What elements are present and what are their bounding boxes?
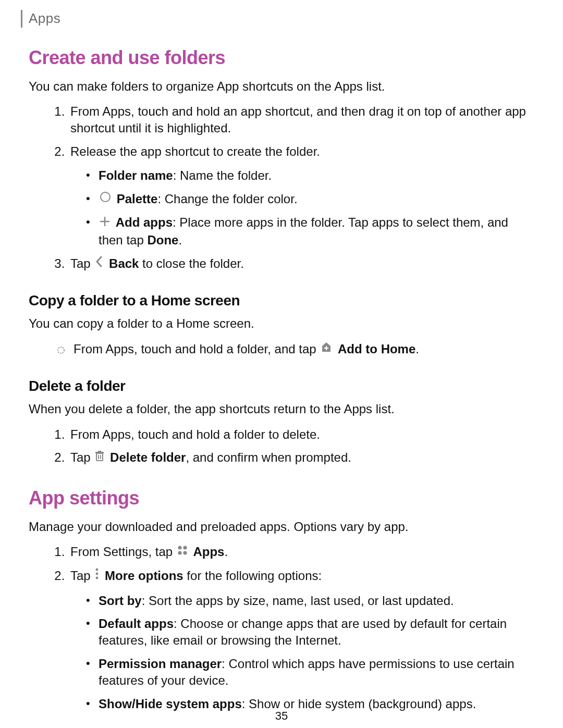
svg-point-14 xyxy=(183,551,187,555)
intro-text: You can make folders to organize App sho… xyxy=(29,78,534,95)
breadcrumb-divider xyxy=(21,10,22,28)
option-label: Add apps xyxy=(116,215,173,229)
breadcrumb: Apps xyxy=(21,0,534,28)
step-post: . xyxy=(415,342,419,356)
option-desc: : Name the folder. xyxy=(173,168,272,182)
option-label: Apps xyxy=(193,545,224,559)
plus-icon xyxy=(100,214,110,231)
svg-point-12 xyxy=(183,546,187,550)
heading-app-settings: App settings xyxy=(29,486,534,511)
step-item: Tap Delete folder, and confirm when prom… xyxy=(68,449,534,467)
list-item: Palette: Change the folder color. xyxy=(86,191,534,208)
option-label: Default apps xyxy=(99,616,174,631)
step-pre: Tap xyxy=(70,569,94,583)
done-label: Done xyxy=(147,233,178,247)
step-pre: Tap xyxy=(70,256,94,270)
trash-icon xyxy=(95,449,104,466)
intro-text: You can copy a folder to a Home screen. xyxy=(29,315,534,332)
option-label: Add to Home xyxy=(338,342,415,356)
svg-point-13 xyxy=(178,551,181,555)
more-options-list: Sort by: Sort the apps by size, name, la… xyxy=(70,593,534,712)
apps-icon xyxy=(177,543,188,560)
intro-text: When you delete a folder, the app shortc… xyxy=(29,401,534,417)
page-number: 35 xyxy=(0,708,563,724)
heading-copy-folder: Copy a folder to a Home screen xyxy=(29,291,534,311)
svg-point-3 xyxy=(58,347,64,353)
option-desc: : Sort the apps by size, name, last used… xyxy=(142,594,454,608)
step-item: Release the app shortcut to create the f… xyxy=(68,143,534,249)
option-desc-tail: . xyxy=(178,233,182,247)
page-content: Apps Create and use folders You can make… xyxy=(0,0,563,712)
palette-icon xyxy=(100,190,111,207)
option-label: More options xyxy=(105,569,183,583)
step-item: From Apps, touch and hold a folder to de… xyxy=(68,426,534,443)
step-item: Tap Back to close the folder. xyxy=(68,255,534,273)
heading-delete-folder: Delete a folder xyxy=(29,376,534,396)
add-to-home-icon xyxy=(321,340,332,357)
step-post: . xyxy=(224,545,228,559)
option-label: Delete folder xyxy=(110,450,186,464)
step-item: From Apps, touch and hold an app shortcu… xyxy=(68,103,534,137)
intro-text: Manage your downloaded and preloaded app… xyxy=(29,519,534,535)
step-item: Tap More options for the following optio… xyxy=(68,567,534,712)
list-item: Folder name: Name the folder. xyxy=(86,167,534,184)
list-item: From Apps, touch and hold a folder, and … xyxy=(56,341,534,359)
step-pre: Tap xyxy=(70,450,94,464)
option-label: Folder name xyxy=(99,168,173,182)
list-item: Permission manager: Control which apps h… xyxy=(86,656,534,689)
step-pre: From Apps, touch and hold a folder, and … xyxy=(74,342,320,356)
list-item: Default apps: Choose or change apps that… xyxy=(86,615,534,649)
step-post: for the following options: xyxy=(183,569,322,583)
svg-rect-6 xyxy=(96,453,103,461)
create-folder-steps: From Apps, touch and hold an app shortcu… xyxy=(29,103,534,273)
back-icon xyxy=(95,255,103,272)
svg-point-17 xyxy=(96,577,99,579)
svg-point-16 xyxy=(96,573,99,575)
list-item: Add apps: Place more apps in the folder.… xyxy=(86,214,534,249)
svg-point-15 xyxy=(96,569,99,571)
delete-folder-steps: From Apps, touch and hold a folder to de… xyxy=(29,426,534,467)
option-desc: : Change the folder color. xyxy=(157,192,297,206)
more-options-icon xyxy=(95,567,99,584)
heading-create-and-use-folders: Create and use folders xyxy=(29,45,534,71)
step-text: Release the app shortcut to create the f… xyxy=(70,144,320,158)
copy-folder-steps: From Apps, touch and hold a folder, and … xyxy=(29,341,534,359)
radio-bullet-icon xyxy=(56,343,66,353)
step-item: From Settings, tap Apps. xyxy=(68,544,534,561)
option-label: Sort by xyxy=(99,594,142,608)
app-settings-steps: From Settings, tap Apps. Tap More option… xyxy=(29,544,534,712)
option-label: Permission manager xyxy=(99,657,222,671)
breadcrumb-text: Apps xyxy=(29,9,60,28)
step-pre: From Settings, tap xyxy=(70,545,176,559)
svg-point-11 xyxy=(178,546,181,550)
step-post: to close the folder. xyxy=(139,256,243,270)
option-label: Palette xyxy=(117,192,158,206)
svg-point-0 xyxy=(101,192,110,202)
option-label: Back xyxy=(109,256,139,270)
step-post: , and confirm when prompted. xyxy=(186,450,351,464)
list-item: Sort by: Sort the apps by size, name, la… xyxy=(86,593,534,609)
svg-rect-8 xyxy=(98,451,101,452)
folder-options-list: Folder name: Name the folder. Palette: C… xyxy=(70,167,534,249)
